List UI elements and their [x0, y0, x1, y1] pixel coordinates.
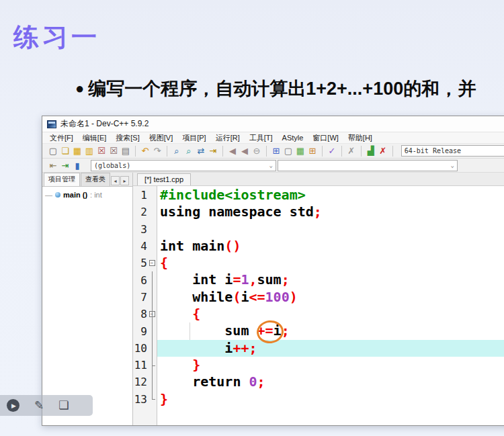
code-line-1[interactable]: #include<iostream> [157, 187, 504, 204]
code-line-12[interactable]: return 0; [157, 374, 504, 390]
find-icon[interactable]: ⌕ [171, 145, 183, 157]
tree-item-type: : int [90, 191, 102, 199]
gutter-row[interactable]: 5− [133, 255, 157, 271]
syntax-check-icon[interactable]: ✓ [326, 145, 338, 157]
class-browser-toggle-icon[interactable]: ▮ [71, 159, 83, 171]
menu-item[interactable]: 帮助[H] [343, 132, 377, 144]
close-all-icon[interactable]: ☒ [108, 145, 120, 157]
globals-combobox[interactable]: (globals) ⌄ [91, 160, 276, 171]
title-bar[interactable]: 未命名1 - Dev-C++ 5.9.2 [42, 116, 504, 132]
compile-run-icon[interactable]: ▦ [294, 145, 306, 157]
code-token: i [216, 271, 233, 288]
menu-item[interactable]: 编辑[E] [78, 132, 111, 144]
undo-icon[interactable]: ↶ [139, 145, 151, 157]
sidebar-tab[interactable]: 项目管理 [44, 173, 80, 186]
tab-scroll-right-icon[interactable]: ▸ [120, 176, 129, 185]
gutter-row[interactable]: 2 [133, 204, 157, 220]
code-line-2[interactable]: using namespace std; [157, 204, 504, 220]
play-icon[interactable]: ▶ [7, 399, 19, 412]
compiler-profile-combobox[interactable]: 64-bit Release [401, 145, 504, 157]
code-line-10[interactable]: i++; [157, 340, 504, 357]
fold-toggle-icon[interactable]: − [149, 260, 155, 266]
gutter-row[interactable]: 3 [133, 221, 157, 238]
run-icon[interactable]: ▢ [282, 145, 294, 157]
goto-line-icon[interactable]: ⇥ [207, 145, 219, 157]
save-all-icon[interactable]: ▥ [83, 145, 95, 157]
toolbar-main: ▢❏▦▥☒☒▤↶↷⌕⌕⇄⇥◀◀⊖⊞▢▦⊞✓✗▟✗ 64-bit Release [42, 144, 504, 159]
gutter-row[interactable]: 9 [133, 322, 157, 339]
gutter-row[interactable]: 4 [133, 238, 157, 255]
close-file-icon[interactable]: ☒ [95, 145, 108, 157]
gutter-row[interactable]: 7 [133, 289, 157, 306]
code-token: return [192, 374, 241, 390]
bullet-text: 编写一个程序，自动计算出1+2+...+100的和，并 [88, 79, 476, 99]
code-token: i [224, 340, 233, 356]
line-number: 10 [133, 342, 147, 355]
abort-icon[interactable]: ✗ [345, 145, 358, 157]
new-file-icon[interactable]: ▢ [47, 145, 59, 157]
code-token [160, 374, 192, 390]
open-file-icon[interactable]: ❏ [59, 145, 71, 157]
tree-item-main[interactable]: — main () : int [45, 191, 130, 199]
toolbar-group: ▢❏▦▥☒☒▤ [45, 145, 134, 157]
expand-icon[interactable]: ❏ [58, 400, 69, 411]
code-line-7[interactable]: while(i<=100) [157, 289, 504, 306]
compile-icon[interactable]: ⊞ [270, 145, 282, 157]
menu-item[interactable]: AStyle [278, 133, 308, 142]
menu-item[interactable]: 文件[F] [45, 132, 78, 144]
replace-icon[interactable]: ⇄ [195, 145, 207, 157]
redo-icon[interactable]: ↷ [151, 145, 163, 157]
members-combobox[interactable]: ⌄ [278, 160, 458, 171]
line-number: 2 [133, 206, 147, 218]
gutter-row[interactable]: 12 [133, 374, 157, 390]
goto-function-icon[interactable]: ⇥ [59, 159, 71, 171]
gutter-row[interactable]: 1 [133, 187, 157, 204]
toolbar-group: ↶↷ [137, 145, 165, 157]
code-line-4[interactable]: int main() [157, 238, 504, 255]
code-token: ++ [233, 340, 249, 356]
fold-tick [152, 399, 155, 400]
profile-icon[interactable]: ▟ [365, 145, 377, 157]
fold-connector-line [152, 271, 153, 399]
print-icon[interactable]: ▤ [120, 145, 132, 157]
forward-icon[interactable]: ◀ [239, 145, 251, 157]
menu-item[interactable]: 窗口[W] [308, 132, 343, 144]
menu-item[interactable]: 工具[T] [245, 132, 278, 144]
window-title: 未命名1 - Dev-C++ 5.9.2 [60, 118, 149, 130]
gutter-row[interactable]: 6 [133, 271, 157, 288]
rebuild-all-icon[interactable]: ⊞ [306, 145, 319, 157]
gutter-row[interactable]: 8− [133, 306, 157, 322]
pencil-icon[interactable]: ✎ [34, 400, 44, 411]
code-line-3[interactable] [157, 221, 504, 238]
tab-scroll-left-icon[interactable]: ◂ [111, 176, 120, 185]
menu-item[interactable]: 项目[P] [177, 132, 210, 144]
sidebar-tab[interactable]: 查看类 [81, 173, 110, 186]
devcpp-window: 未命名1 - Dev-C++ 5.9.2 文件[F]编辑[E]搜索[S]视图[V… [42, 116, 504, 426]
code-editor[interactable]: 12345−678−910111213 #include<iostream>us… [133, 186, 504, 425]
code-line-8[interactable]: { [157, 306, 504, 322]
toolbar-classbrowser: ⇤⇥▮ (globals) ⌄ ⌄ [42, 159, 504, 173]
code-line-6[interactable]: int i=1,sum; [157, 271, 504, 288]
tab-test1-cpp[interactable]: [*] test1.cpp [137, 173, 191, 185]
menu-item[interactable]: 运行[R] [211, 132, 245, 144]
code-token: sum [224, 322, 257, 339]
code-line-5[interactable]: { [157, 255, 504, 271]
code-line-13[interactable]: } [157, 391, 504, 408]
project-sidebar: 项目管理查看类◂ ▸ — main () : int [42, 173, 133, 425]
toolbar-group: ▟✗ [363, 145, 391, 157]
menu-item[interactable]: 搜索[S] [111, 132, 144, 144]
code-line-11[interactable]: } [157, 357, 504, 374]
goto-function-back-icon[interactable]: ⇤ [47, 159, 59, 171]
code-pane[interactable]: #include<iostream>using namespace std;in… [157, 186, 504, 425]
chevron-down-icon: ⌄ [269, 162, 273, 169]
back-icon[interactable]: ◀ [226, 145, 239, 157]
code-line-9[interactable]: sum +=i; [157, 322, 504, 339]
find-in-files-icon[interactable]: ⌕ [183, 145, 195, 157]
goto-declaration-icon[interactable]: ⊖ [251, 145, 263, 157]
gutter-row[interactable]: 10 [133, 340, 157, 357]
editor-gutter[interactable]: 12345−678−910111213 [133, 186, 157, 425]
profile-delete-icon[interactable]: ✗ [377, 145, 389, 157]
save-icon[interactable]: ▦ [71, 145, 83, 157]
code-token: <= [249, 289, 265, 305]
menu-item[interactable]: 视图[V] [144, 132, 177, 144]
